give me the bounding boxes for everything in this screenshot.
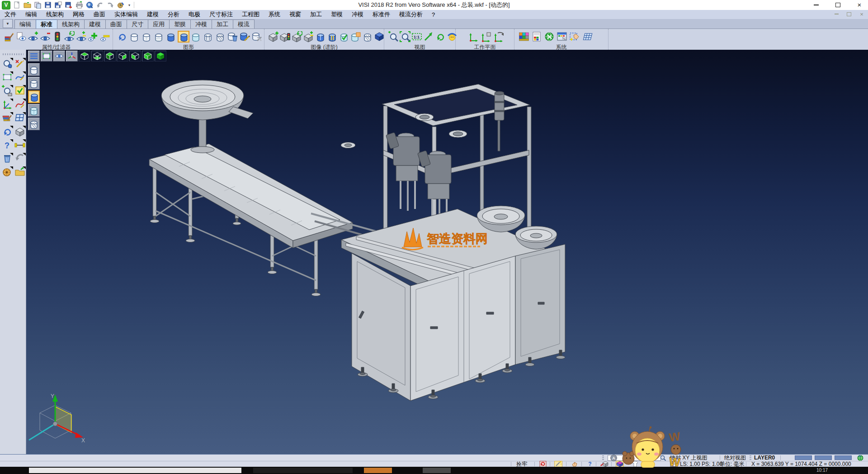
taskbar-app-grey[interactable] xyxy=(423,468,451,473)
color-table-icon[interactable] xyxy=(518,31,530,43)
tab-die[interactable]: 冲模 xyxy=(190,19,212,28)
minimize-button[interactable] xyxy=(811,1,821,9)
context-help-icon[interactable]: ? xyxy=(586,461,594,467)
capper-unit-1[interactable] xyxy=(386,133,420,211)
child-minimize-button[interactable] xyxy=(833,11,840,17)
layer-field[interactable]: LAYER0 xyxy=(754,455,775,461)
cylinder-hidden-line-icon[interactable] xyxy=(141,31,152,43)
sketch-edit-icon[interactable] xyxy=(16,58,26,67)
undo-icon[interactable] xyxy=(96,1,104,9)
signal-tower[interactable] xyxy=(495,91,504,151)
customize-dropdown-icon[interactable]: ▾ xyxy=(127,1,132,9)
cylinder-shaded-edges-icon[interactable] xyxy=(178,31,189,43)
conveyor-table[interactable] xyxy=(149,144,353,248)
import-file-icon[interactable] xyxy=(33,1,42,9)
print-icon[interactable] xyxy=(75,1,83,9)
tab-surface[interactable]: 曲面 xyxy=(105,19,127,28)
tab-wireframe[interactable]: 线架构 xyxy=(57,19,85,28)
menu-surface[interactable]: 曲面 xyxy=(89,10,110,19)
selection-hand-icon[interactable] xyxy=(569,31,580,43)
scale-1-1-icon[interactable]: 1:1 xyxy=(411,31,422,43)
menu-edit[interactable]: 编辑 xyxy=(21,10,42,19)
zoom-view-icon[interactable] xyxy=(4,58,13,68)
image-add-icon[interactable] xyxy=(268,31,279,43)
windows-taskbar[interactable]: 10:17 xyxy=(0,467,868,474)
rectangle-select-icon[interactable] xyxy=(3,71,14,81)
taskbar-thumbnail[interactable] xyxy=(29,468,241,473)
measure-distance-icon[interactable] xyxy=(15,139,26,147)
restore-button[interactable] xyxy=(833,1,843,9)
cylinder-solid-icon[interactable] xyxy=(315,31,326,43)
graphics-delete-icon[interactable] xyxy=(226,31,238,43)
zoom-in-out-icon[interactable] xyxy=(2,85,13,96)
menu-file[interactable]: 文件 xyxy=(0,10,21,19)
zoom-window-icon[interactable] xyxy=(388,31,399,43)
pick-hand-icon[interactable] xyxy=(571,461,579,467)
cylinder-striped-icon[interactable] xyxy=(327,31,338,43)
menu-window[interactable]: 视窗 xyxy=(285,10,306,19)
tab-application[interactable]: 应用 xyxy=(148,19,170,28)
show-all-icon[interactable] xyxy=(88,31,99,43)
cylinder-verify-icon[interactable] xyxy=(339,31,349,43)
child-close-button[interactable]: × xyxy=(858,11,865,17)
cylinder-translucent-icon[interactable] xyxy=(190,31,202,43)
confirm-check-icon[interactable] xyxy=(16,85,26,94)
undo-arrow-icon[interactable] xyxy=(16,153,26,161)
cylinder-shaded-icon[interactable] xyxy=(165,31,177,43)
open-file-icon[interactable] xyxy=(23,1,31,9)
tab-dropdown-button[interactable]: ▼ xyxy=(3,19,13,28)
hide-all-icon[interactable] xyxy=(100,31,111,43)
save-icon[interactable] xyxy=(44,1,52,9)
menu-help[interactable]: ? xyxy=(427,10,439,19)
menu-machining[interactable]: 加工 xyxy=(306,10,326,19)
lock-field[interactable]: 拴牢 xyxy=(516,461,527,467)
visibility-refresh-icon[interactable] xyxy=(64,31,75,43)
close-button[interactable]: × xyxy=(854,1,864,9)
menu-system[interactable]: 系统 xyxy=(264,10,285,19)
tab-edit[interactable]: 编辑 xyxy=(14,19,36,28)
menu-modeling[interactable]: 建模 xyxy=(142,10,163,19)
attribute-palette-icon[interactable] xyxy=(4,31,15,43)
regen-graphics-icon[interactable] xyxy=(117,31,128,43)
help-question-icon[interactable]: ? xyxy=(5,139,13,150)
show-remove-icon[interactable] xyxy=(40,31,51,43)
view-refresh-icon[interactable] xyxy=(435,31,446,43)
curve-edit-icon[interactable] xyxy=(16,99,26,108)
menu-solid-edit[interactable]: 实体编辑 xyxy=(110,10,142,19)
solid-cube-navy-icon[interactable] xyxy=(374,31,385,43)
cylinder-section-icon[interactable] xyxy=(202,31,213,43)
window-settings-icon[interactable] xyxy=(556,31,568,43)
show-hide-toggle-icon[interactable] xyxy=(75,31,87,43)
delete-trash-icon[interactable] xyxy=(4,153,13,162)
cube-extract-icon[interactable] xyxy=(600,461,609,467)
visibility-traffic-light-icon[interactable] xyxy=(52,31,63,43)
menu-standard-parts[interactable]: 标准件 xyxy=(368,10,395,19)
window-layout-icon[interactable] xyxy=(15,112,26,121)
taskbar-clock[interactable]: 10:17 xyxy=(816,468,828,473)
side-cabinet[interactable] xyxy=(515,244,565,365)
solid-cube-icon[interactable] xyxy=(16,126,26,136)
new-file-icon[interactable] xyxy=(13,1,21,9)
spline-pencil-icon[interactable] xyxy=(16,71,26,80)
save-as-icon[interactable] xyxy=(54,1,62,9)
bowl-feeder[interactable] xyxy=(161,80,253,153)
graphics-tools-icon[interactable] xyxy=(251,31,262,43)
cylinder-hatched-icon[interactable] xyxy=(214,31,226,43)
grid-settings-icon[interactable] xyxy=(581,31,593,43)
cylinder-hatch-icon[interactable] xyxy=(362,31,373,43)
menu-flow-analysis[interactable]: 模流分析 xyxy=(395,10,427,19)
tab-standard[interactable]: 标准 xyxy=(36,19,57,28)
show-add-icon[interactable] xyxy=(28,31,39,43)
tab-modeling[interactable]: 建模 xyxy=(84,19,106,28)
globe-icon[interactable] xyxy=(856,455,864,461)
zoom-extents-icon[interactable] xyxy=(400,31,410,43)
wcs-axes-icon[interactable] xyxy=(4,99,14,109)
taskbar-app-orange[interactable] xyxy=(364,468,392,473)
tab-machining[interactable]: 加工 xyxy=(212,19,233,28)
workplane-by-geometry-icon[interactable] xyxy=(480,31,492,43)
recent-history-icon[interactable] xyxy=(117,1,125,9)
tab-mold[interactable]: 塑膜 xyxy=(169,19,191,28)
workplane-rotate-icon[interactable] xyxy=(493,31,505,43)
menu-drawing[interactable]: 工程图 xyxy=(237,10,264,19)
menu-dimension[interactable]: 尺寸标注 xyxy=(205,10,237,19)
